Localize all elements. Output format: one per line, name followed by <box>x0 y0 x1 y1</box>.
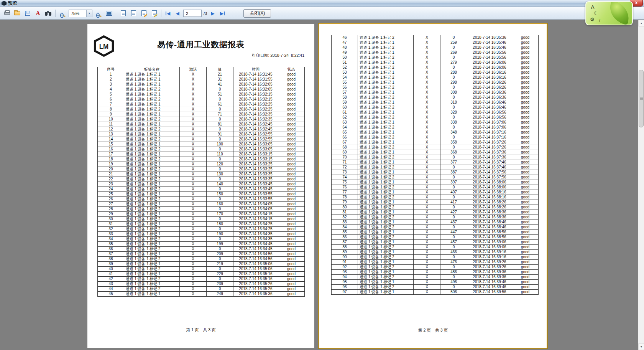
table-cell: 37 <box>98 252 124 257</box>
table-cell: good <box>512 120 539 125</box>
table-cell: 68 <box>332 145 358 150</box>
table-cell: 67 <box>332 140 358 145</box>
zoom-level-select[interactable]: 75% ▼ <box>69 10 92 17</box>
table-cell: 0 <box>440 225 467 230</box>
table-cell: 0 <box>440 235 467 240</box>
edit-button[interactable] <box>150 9 158 18</box>
find-button[interactable] <box>44 9 53 18</box>
table-cell: good <box>278 102 305 107</box>
table-row: 68通道 1.设备 1.标记 2X02018-7-14 16:37:26good <box>332 145 539 150</box>
first-page-button[interactable]: ◀ <box>164 10 172 17</box>
zoom-out-button[interactable]: − <box>94 9 103 18</box>
table-cell: 通道 1.设备 1.标记 1 <box>124 152 180 157</box>
table-cell: 2018-7-14 16:32:35 <box>233 117 278 122</box>
table-cell: 69 <box>332 150 358 155</box>
table-cell: good <box>512 95 539 100</box>
gear-icon[interactable]: ⚙ <box>590 17 595 22</box>
table-cell: good <box>512 150 539 155</box>
scroll-thumb[interactable] <box>639 70 644 127</box>
table-cell: 358 <box>440 140 467 145</box>
page-setup-button[interactable] <box>140 9 148 18</box>
table-cell: X <box>180 252 207 257</box>
export-pdf-button[interactable]: A <box>34 9 42 18</box>
chevron-down-icon[interactable]: ▼ <box>86 10 92 17</box>
page-number-input[interactable] <box>183 10 202 17</box>
table-cell: 476 <box>440 260 467 265</box>
table-row: 90通道 1.设备 1.标记 2X02018-7-14 16:39:16good <box>332 255 539 260</box>
report-page-2[interactable]: 46通道 1.设备 1.标记 2X02018-7-14 16:35:36good… <box>319 23 547 348</box>
table-cell: X <box>180 212 207 217</box>
table-cell: 通道 1.设备 1.标记 2 <box>124 127 180 132</box>
table-row: 89通道 1.设备 1.标记 1X4662018-7-14 16:39:16go… <box>332 250 539 255</box>
last-page-button[interactable]: ▶ <box>219 10 226 17</box>
scrollbar[interactable]: ▲ ▼ <box>638 20 644 350</box>
scroll-up-button[interactable]: ▲ <box>638 20 644 26</box>
table-cell: 0 <box>207 217 233 222</box>
moon-icon[interactable]: ☾ <box>594 10 598 16</box>
table-cell: 0 <box>207 257 233 262</box>
close-preview-button[interactable]: 关闭(X) <box>243 9 271 18</box>
table-cell: 通道 1.设备 1.标记 1 <box>124 182 180 187</box>
table-cell: 2018-7-14 16:32:15 <box>233 97 278 102</box>
table-cell: 2018-7-14 16:34:35 <box>233 232 278 237</box>
table-row: 63通道 1.设备 1.标记 1X3382018-7-14 16:37:06go… <box>332 120 539 125</box>
save-button[interactable] <box>23 9 32 18</box>
table-cell: 45 <box>98 292 124 297</box>
prev-page-button[interactable]: ◀ <box>174 10 181 17</box>
table-cell: 2018-7-14 16:34:45 <box>233 242 278 247</box>
table-cell: X <box>414 125 440 130</box>
table-cell: 0 <box>440 205 467 210</box>
table-row: 97通道 1.设备 1.标记 1X5062018-7-14 16:39:56go… <box>332 290 539 295</box>
table-cell: 2018-7-14 16:37:46 <box>467 160 512 165</box>
table-cell: 64 <box>332 125 358 130</box>
zoom-in-button[interactable]: + <box>58 9 67 18</box>
table-cell: 70 <box>332 155 358 160</box>
table-cell: 通道 1.设备 1.标记 2 <box>124 217 180 222</box>
report-table-page2: 46通道 1.设备 1.标记 2X02018-7-14 16:35:36good… <box>331 35 539 295</box>
table-cell: 通道 1.设备 1.标记 1 <box>358 150 414 155</box>
table-cell: X <box>414 220 440 225</box>
next-page-button[interactable]: ▶ <box>209 10 217 17</box>
table-cell: X <box>180 127 207 132</box>
table-cell: X <box>414 130 440 135</box>
table-cell: 1 <box>98 72 124 77</box>
table-cell: 0 <box>440 35 467 40</box>
table-row: 27通道 1.设备 1.标记 1X1602018-7-14 16:34:05go… <box>98 202 305 207</box>
table-cell: good <box>512 175 539 180</box>
table-cell: 0 <box>440 75 467 80</box>
table-cell: 249 <box>207 292 233 297</box>
table-cell: good <box>512 290 539 295</box>
table-cell: good <box>512 235 539 240</box>
scroll-down-button[interactable]: ▼ <box>638 343 644 350</box>
table-row: 58通道 1.设备 1.标记 2X02018-7-14 16:36:36good <box>332 95 539 100</box>
table-cell: 486 <box>440 270 467 275</box>
multi-page-view-button[interactable] <box>129 9 138 18</box>
table-cell: 2018-7-14 16:31:55 <box>233 77 278 82</box>
table-row: 19通道 1.设备 1.标记 1X1202018-7-14 16:33:25go… <box>98 162 305 167</box>
fit-page-button[interactable] <box>105 9 113 18</box>
table-cell: 2018-7-14 16:38:56 <box>467 235 512 240</box>
table-cell: X <box>180 107 207 112</box>
table-cell: 2018-7-14 16:32:15 <box>233 92 278 97</box>
open-button[interactable] <box>13 9 21 18</box>
table-cell: 5 <box>98 92 124 97</box>
table-row: 96通道 1.设备 1.标记 2X02018-7-14 16:39:46good <box>332 285 539 290</box>
table-cell: good <box>512 225 539 230</box>
single-page-view-button[interactable] <box>119 9 127 18</box>
table-cell: X <box>180 242 207 247</box>
ime-widget[interactable]: A ☾ ⚙ ; <box>585 1 633 25</box>
table-cell: 259 <box>440 40 467 45</box>
table-cell: 20 <box>98 167 124 172</box>
print-button[interactable] <box>3 9 11 18</box>
report-page-1[interactable]: LM 易传-通用工业数据报表 打印日期: 2018-7-24 8:22:41 序… <box>87 24 314 348</box>
table-cell: 71 <box>207 112 233 117</box>
table-cell: 0 <box>207 137 233 142</box>
table-cell: 97 <box>332 290 358 295</box>
table-cell: good <box>278 177 305 182</box>
table-cell: 通道 1.设备 1.标记 2 <box>358 135 414 140</box>
table-cell: 通道 1.设备 1.标记 2 <box>124 237 180 242</box>
table-row: 64通道 1.设备 1.标记 2X02018-7-14 16:37:06good <box>332 125 539 130</box>
ime-mode-letter[interactable]: A <box>591 4 595 10</box>
table-cell: 2018-7-14 16:33:15 <box>233 157 278 162</box>
table-cell: 338 <box>440 120 467 125</box>
